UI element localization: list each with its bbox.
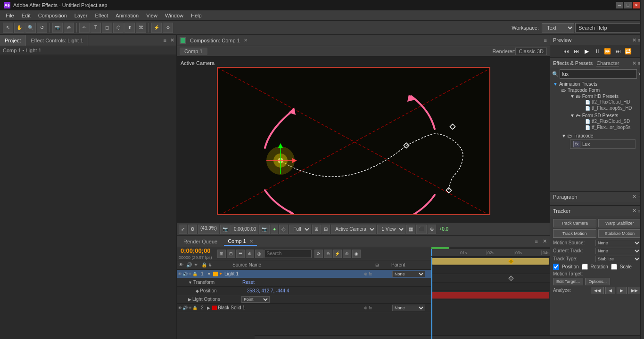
preview-play[interactable]: ▶ (583, 47, 591, 56)
tl-timecode[interactable]: 0;00;00;00 (179, 247, 213, 255)
tl-btn-extra3[interactable]: ⚡ (333, 250, 342, 258)
light-type-select[interactable]: Point (241, 296, 270, 303)
comp-subtab[interactable]: Comp 1 (180, 48, 207, 55)
character-tab[interactable]: Character (596, 60, 619, 66)
timecode-display[interactable]: 0;00;00;00 (231, 225, 258, 234)
layer-2-vis[interactable]: 👁 (178, 306, 182, 310)
menu-view[interactable]: View (142, 12, 161, 19)
tl-btn-extra4[interactable]: ⊕ (343, 250, 351, 258)
panel-options[interactable]: ≡ (162, 38, 168, 43)
tool-mask[interactable]: ⬡ (113, 23, 124, 33)
close-button[interactable]: ✕ (633, 2, 640, 8)
footer-3d[interactable]: ⬛ (416, 225, 427, 234)
ep-preset-lux[interactable]: fx Lux (570, 139, 636, 149)
footer-layout[interactable]: ▦ (406, 225, 415, 234)
layer-2-sw2[interactable]: fx (369, 306, 372, 310)
paragraph-close[interactable]: ✕ (632, 194, 636, 200)
view-dropdown[interactable]: 1 View (377, 225, 405, 234)
tracker-close[interactable]: ✕ (632, 208, 636, 214)
camera-dropdown[interactable]: Active Camera (331, 225, 376, 234)
layer-1-sw1[interactable]: ⊕ (364, 272, 368, 276)
tool-shape[interactable]: ◻ (102, 23, 112, 33)
position-expand[interactable]: ◆ (196, 289, 199, 293)
comp1-tab-close[interactable]: ✕ (249, 239, 253, 244)
tool-pan[interactable]: ⊕ (64, 23, 74, 33)
motion-source-dropdown[interactable]: None (595, 240, 641, 246)
tool-text[interactable]: T (91, 23, 101, 33)
track-motion-btn[interactable]: Track Motion (553, 229, 596, 238)
menu-edit[interactable]: Edit (18, 12, 34, 19)
ep-folder-sd-presets[interactable]: ▼ 🗁 Form SD Presets 📄 tf2_FluxCloud_SD (567, 112, 638, 131)
track-position-row[interactable] (431, 274, 550, 282)
footer-cam[interactable]: 📷 (220, 225, 231, 234)
tool-pen[interactable]: ✏ (79, 23, 90, 33)
effects-presets-close[interactable]: ✕ (632, 60, 636, 66)
position-checkbox[interactable] (553, 264, 559, 270)
footer-guides[interactable]: ⊟ (322, 225, 330, 234)
warp-stabilizer-btn[interactable]: Warp Stabilizer (598, 219, 642, 227)
layer-1-audio[interactable]: 🔊 (182, 272, 188, 276)
workspace-dropdown[interactable]: Text (542, 23, 574, 32)
layer-2-name[interactable]: Black Solid 1 (218, 305, 364, 310)
light-options-expand[interactable]: ▶ (188, 297, 191, 302)
layer-2-parent-select[interactable]: None (392, 305, 425, 311)
analyze-back-btn[interactable]: ◀◀ (591, 287, 604, 294)
track-camera-btn[interactable]: Track Camera (553, 219, 596, 227)
ep-folder-hd-presets[interactable]: ▼ 🗁 Form HD Presets 📄 tf2_FluxCloud_HD (567, 93, 638, 112)
renderer-value[interactable]: Classic 3D (515, 48, 547, 55)
tool-zoom[interactable]: 🔍 (25, 23, 36, 33)
footer-snap[interactable]: 📷 (259, 225, 270, 234)
menu-effect[interactable]: Effect (91, 12, 112, 19)
menu-layer[interactable]: Layer (71, 12, 91, 19)
ep-folder-trapcode[interactable]: ▼ 🗁 Trapcode fx Lux (559, 132, 641, 151)
preview-next-frame[interactable]: ⏩ (603, 47, 612, 56)
footer-track[interactable]: ⊕ (428, 225, 436, 234)
menu-animation[interactable]: Animation (112, 12, 142, 19)
tool-puppet[interactable]: ⌘ (136, 23, 146, 33)
layer-1-name[interactable]: Light 1 (224, 271, 364, 276)
layer-1-parent-select[interactable]: None (392, 271, 425, 277)
options-btn[interactable]: Options... (585, 278, 610, 285)
ep-file-tf2-hd[interactable]: 📄 tf2_FluxCloud_HD (576, 99, 636, 105)
layer-2-audio[interactable]: 🔊 (182, 306, 188, 310)
search-input[interactable] (575, 23, 641, 32)
tl-btn-extra5[interactable]: ◉ (352, 250, 361, 258)
preview-loop[interactable]: 🔁 (624, 47, 633, 56)
layer-1-solo[interactable]: ☀ (188, 272, 192, 276)
reset-btn[interactable]: Reset (240, 280, 256, 285)
panel-close[interactable]: ✕ (168, 37, 176, 43)
tl-btn-tools1[interactable]: ⊞ (217, 250, 226, 258)
comp-panel-close[interactable]: ✕ (244, 38, 248, 43)
timeline-search[interactable] (264, 250, 312, 258)
timeline-menu[interactable]: ≡ (535, 239, 538, 244)
layer-1-expand[interactable]: ▼ (207, 272, 211, 276)
layer-1-lock[interactable]: 🔒 (192, 272, 198, 276)
layer-2-expand[interactable]: ▶ (207, 306, 210, 310)
tl-btn-extra2[interactable]: ⊛ (324, 250, 332, 258)
menu-composition[interactable]: Composition (34, 12, 71, 19)
tl-btn-extra1[interactable]: ⟳ (314, 250, 323, 258)
tab-render-queue[interactable]: Render Queue (180, 238, 221, 245)
timeline-bottom-scroll[interactable] (255, 335, 640, 339)
tl-btn-tools3[interactable]: ☰ (236, 250, 245, 258)
track-type-dropdown[interactable]: Stabilize (595, 256, 641, 262)
minimize-button[interactable]: ─ (616, 2, 623, 8)
layer-1-sw2[interactable]: fx (369, 272, 372, 276)
analyze-forward-btn[interactable]: ▶▶ (628, 287, 641, 294)
ep-file-tf2-sd[interactable]: 📄 tf2_FluxCloud_SD (576, 118, 636, 124)
preview-last[interactable]: ⏭ (614, 47, 622, 56)
layer-2-solo[interactable]: ☀ (188, 306, 192, 310)
tl-btn-tools5[interactable]: ◎ (255, 250, 264, 258)
menu-file[interactable]: File (2, 12, 18, 19)
tool-clone[interactable]: ⬆ (124, 23, 135, 33)
layer-1-vis[interactable]: 👁 (178, 272, 182, 276)
tab-effect-controls[interactable]: Effect Controls: Light 1 (26, 35, 88, 46)
ep-folder-animation-presets[interactable]: ▼ Animation Presets 🗁 Trapcode Form (550, 81, 644, 152)
tool-extra1[interactable]: ⚡ (151, 23, 162, 33)
ep-file-tf-oop5s-hd[interactable]: 📄 tf_Flux...oop5s_HD (576, 105, 636, 111)
analyze-step-back-btn[interactable]: ◀ (605, 287, 615, 294)
transform-expand[interactable]: ▼ (188, 280, 192, 285)
track-1-row[interactable] (431, 257, 550, 266)
layer-row-1[interactable]: 👁 🔊 ☀ 🔒 1 ▼ ✦ Light 1 ⊕ fx (177, 270, 431, 278)
menu-help[interactable]: Help (187, 12, 206, 19)
